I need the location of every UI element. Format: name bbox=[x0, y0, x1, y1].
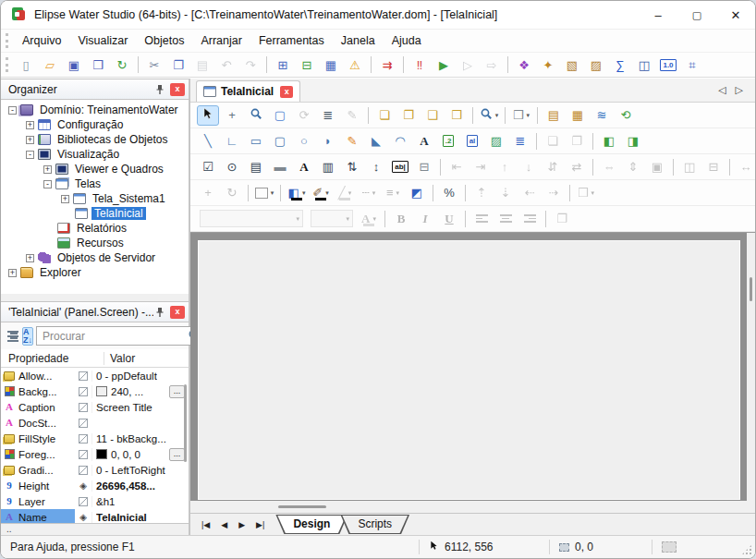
same-height-button[interactable]: ⇕ bbox=[622, 157, 644, 177]
same-size-button[interactable]: ▣ bbox=[646, 157, 668, 177]
expand-icon[interactable]: + bbox=[26, 121, 34, 129]
align-bottom-button[interactable]: ↓ bbox=[518, 157, 540, 177]
menu-ferramentas[interactable]: Ferramentas bbox=[250, 31, 333, 50]
previous-record-button[interactable]: ◀ bbox=[215, 517, 233, 532]
gallery-button[interactable]: ▧ bbox=[561, 55, 583, 75]
brush-color-button[interactable]: ✐▾ bbox=[310, 183, 332, 203]
editbox-control-button[interactable]: ab| bbox=[389, 157, 411, 177]
spin-control-button[interactable]: ⇅ bbox=[341, 157, 363, 177]
percent-size-button[interactable]: % bbox=[438, 183, 460, 203]
updown-control-button[interactable]: ↕ bbox=[365, 157, 387, 177]
insert-e3chart-button[interactable]: ≋ bbox=[591, 105, 613, 126]
label-control-button[interactable]: A bbox=[293, 157, 315, 177]
tab-close-icon[interactable]: x bbox=[280, 86, 293, 98]
combobox-control-button[interactable]: ▥ bbox=[317, 157, 339, 177]
menu-janela[interactable]: Janela bbox=[333, 31, 384, 50]
collapse-icon[interactable]: - bbox=[43, 180, 52, 188]
expand-icon[interactable]: + bbox=[26, 254, 34, 262]
screen-list-button[interactable]: ▦ bbox=[320, 55, 342, 75]
version-info-button[interactable]: 1.0 bbox=[657, 55, 679, 75]
next-record-button[interactable]: ▶ bbox=[233, 517, 250, 532]
search-files-button[interactable]: ▨ bbox=[585, 55, 607, 75]
toolbar-grip[interactable] bbox=[6, 57, 10, 72]
size-taller-button[interactable]: ⇡ bbox=[470, 183, 493, 203]
collapse-icon[interactable]: - bbox=[8, 106, 17, 115]
align-text-center-button[interactable] bbox=[494, 209, 517, 229]
run-server-button[interactable]: ▶ bbox=[433, 55, 455, 75]
tree-item-bibliotecas-de-objetos[interactable]: +Bibliotecas de Objetos bbox=[1, 132, 189, 147]
paste-button[interactable]: ▤ bbox=[191, 55, 213, 75]
panel-splitter[interactable] bbox=[1, 294, 189, 301]
collapse-icon[interactable]: - bbox=[26, 151, 34, 159]
radio-control-button[interactable]: ⊙ bbox=[221, 157, 243, 177]
insert-screen-button[interactable]: ⊞ bbox=[272, 55, 294, 75]
button-control-button[interactable]: ▬ bbox=[269, 157, 291, 177]
vertical-scrollbar[interactable] bbox=[747, 233, 755, 501]
scrollbar-thumb[interactable] bbox=[278, 505, 326, 508]
property-value[interactable]: 0 - LeftToRight bbox=[96, 465, 165, 476]
line-width-button[interactable]: ≡▾ bbox=[382, 183, 404, 203]
close-button[interactable]: ✕ bbox=[716, 1, 755, 29]
organizer-button[interactable]: ❖ bbox=[513, 55, 535, 75]
scrollbar-thumb[interactable] bbox=[184, 384, 187, 462]
save-register-button[interactable]: ↻ bbox=[111, 55, 133, 75]
line-tool-button[interactable]: ╲ bbox=[197, 131, 219, 152]
step-server-button[interactable]: ⇨ bbox=[481, 55, 503, 75]
ellipse-tool-button[interactable]: ○ bbox=[293, 131, 315, 152]
property-row-backg[interactable]: Backg...240, ...... bbox=[1, 383, 189, 399]
frame-control-button[interactable]: ⊟ bbox=[413, 157, 435, 177]
documentation-button[interactable]: ◫ bbox=[633, 55, 655, 75]
property-row-height[interactable]: 9Height◈26696,458... bbox=[1, 478, 189, 493]
save-all-button[interactable]: ❒ bbox=[87, 55, 109, 75]
tab-design[interactable]: Design bbox=[276, 516, 347, 533]
pin-icon[interactable] bbox=[153, 83, 166, 96]
line-color-button[interactable]: ╱▾ bbox=[334, 183, 356, 203]
size-shorter-button[interactable]: ⇣ bbox=[494, 183, 517, 203]
symbol-library-button[interactable]: ◧ bbox=[598, 131, 620, 152]
pan-tool-button[interactable]: + bbox=[221, 105, 243, 126]
closed-curve-tool-button[interactable]: ◠ bbox=[389, 131, 411, 152]
rounded-rect-tool-button[interactable]: ▢ bbox=[269, 131, 291, 152]
tree-item-telas[interactable]: -Telas bbox=[1, 176, 189, 191]
property-value[interactable]: 0 - ppDefault bbox=[96, 371, 157, 382]
sort-az-button[interactable]: AZ↓ bbox=[22, 327, 33, 346]
save-button[interactable]: ▣ bbox=[63, 55, 85, 75]
polyline-tool-button[interactable]: ∟ bbox=[221, 131, 243, 152]
group-button[interactable]: ❏ bbox=[542, 131, 564, 152]
menu-ajuda[interactable]: Ajuda bbox=[384, 31, 430, 50]
expand-icon[interactable]: + bbox=[8, 269, 17, 277]
menu-arranjar[interactable]: Arranjar bbox=[192, 31, 250, 50]
checkbox-control-button[interactable]: ☑ bbox=[197, 157, 219, 177]
organizer-close-icon[interactable]: x bbox=[170, 83, 185, 96]
property-row-foreg[interactable]: Foreg...0, 0, 0... bbox=[1, 446, 189, 462]
tree-item-telainicial[interactable]: TelaInicial bbox=[1, 206, 189, 221]
property-row-layer[interactable]: 9Layer&h1 bbox=[1, 493, 189, 509]
minimize-button[interactable]: – bbox=[639, 1, 677, 29]
group-tools-button[interactable]: ❒▾ bbox=[510, 105, 532, 126]
tree-item-visualizacao[interactable]: -Visualização bbox=[1, 147, 189, 162]
bring-forward-button[interactable]: ❑ bbox=[421, 105, 444, 126]
resize-grip[interactable] bbox=[741, 544, 752, 555]
rotate-tool-button[interactable]: ⟳ bbox=[293, 105, 315, 126]
display-tool-button[interactable]: .2 bbox=[437, 131, 459, 152]
menu-visualizar[interactable]: Visualizar bbox=[69, 31, 136, 50]
align-right-button[interactable]: ⇥ bbox=[469, 157, 492, 177]
property-row-fillstyle[interactable]: FillStyle11 - bkBackg... bbox=[1, 431, 189, 446]
tree-item-tela-sistema1[interactable]: +Tela_Sistema1 bbox=[1, 191, 189, 206]
open-domain-button[interactable]: ▱ bbox=[39, 55, 61, 75]
property-value[interactable]: 240, ... bbox=[111, 386, 143, 397]
tab-order-button[interactable]: ≣ bbox=[317, 105, 339, 126]
text-frame-button[interactable]: ❐ bbox=[551, 209, 573, 229]
bring-to-front-button[interactable]: ❏ bbox=[373, 105, 396, 126]
font-color-button[interactable]: A▾ bbox=[358, 209, 380, 229]
property-value[interactable]: Screen Title bbox=[96, 402, 152, 413]
property-value[interactable]: 26696,458... bbox=[96, 480, 155, 492]
copy-button[interactable]: ❐ bbox=[167, 55, 189, 75]
new-domain-button[interactable]: ▯ bbox=[15, 55, 37, 75]
tree-item-explorer[interactable]: +Explorer bbox=[1, 265, 189, 280]
run-application-button[interactable]: ⇉ bbox=[376, 55, 398, 75]
center-vertical-window-button[interactable]: ⊟ bbox=[702, 157, 725, 177]
scrollbar-thumb[interactable] bbox=[750, 277, 752, 301]
document-tab-telainicial[interactable]: TelaInicial x bbox=[196, 80, 300, 102]
ellipsis-button[interactable]: ... bbox=[169, 385, 185, 398]
